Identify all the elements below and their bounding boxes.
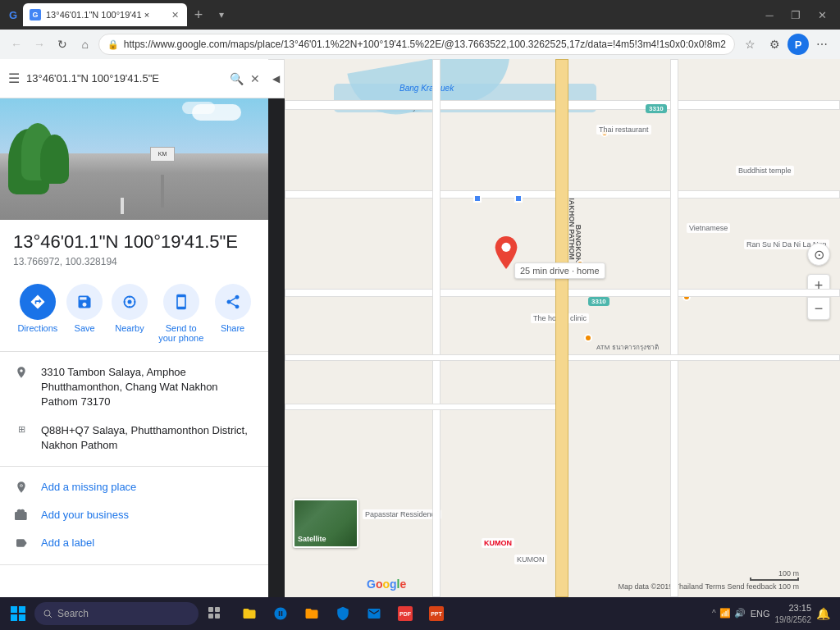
- file-explorer-button[interactable]: [235, 599, 264, 628]
- info-section: 3310 Tambon Salaya, Amphoe Phutthamontho…: [0, 352, 268, 467]
- new-tab-button[interactable]: +: [187, 3, 210, 26]
- language-indicator[interactable]: ENG: [751, 609, 770, 619]
- add-business-row[interactable]: Add your business: [0, 501, 268, 529]
- satellite-thumbnail[interactable]: Satellite: [293, 499, 358, 548]
- share-button[interactable]: Share: [215, 284, 251, 343]
- extensions-button[interactable]: ⚙: [763, 33, 786, 56]
- logo-o2: o: [382, 578, 390, 591]
- cloud2: [182, 102, 215, 114]
- search-bar: ☰ 🔍 ✕: [0, 59, 268, 98]
- main-road-v: [555, 59, 568, 597]
- left-panel: ☰ 🔍 ✕: [0, 59, 268, 597]
- save-label: Save: [75, 323, 95, 333]
- save-button[interactable]: Save: [66, 284, 103, 343]
- svg-point-1: [127, 300, 131, 304]
- taskbar-search[interactable]: Search: [34, 602, 199, 625]
- home-button[interactable]: ⌂: [75, 33, 95, 56]
- add-missing-place-row[interactable]: Add a missing place: [0, 473, 268, 501]
- place-marker-4: [584, 334, 592, 342]
- minimize-button[interactable]: ─: [758, 3, 781, 26]
- bookmark-button[interactable]: ☆: [738, 33, 761, 56]
- powerpoint-button[interactable]: PPT: [422, 599, 451, 628]
- account-button[interactable]: P: [788, 34, 809, 55]
- address-row: 3310 Tambon Salaya, Amphoe Phutthamontho…: [0, 358, 268, 417]
- drive-label: 25 min drive · home: [514, 262, 605, 279]
- search-icon[interactable]: 🔍: [230, 72, 244, 85]
- directions-button[interactable]: Directions: [17, 284, 57, 343]
- grid-icon: ⊞: [13, 424, 30, 435]
- pdf-button[interactable]: PDF: [390, 599, 420, 628]
- road-badge-1: 3310: [646, 104, 667, 113]
- action-buttons: Directions Save Nearby: [0, 276, 268, 352]
- location-pin-icon: [13, 366, 30, 379]
- plus-code-row: ⊞ Q88H+Q7 Salaya, Phutthamonthon Distric…: [0, 417, 268, 459]
- scale-text: 100 m: [778, 569, 799, 578]
- map-attribution: Map data ©2019 Thailand Terms Send feedb…: [619, 582, 799, 591]
- file-manager-button[interactable]: [297, 599, 326, 628]
- close-search-icon[interactable]: ✕: [250, 72, 260, 85]
- road-badge-2: 3310: [588, 297, 609, 306]
- add-label-link[interactable]: Add a label: [41, 536, 94, 550]
- svg-line-12: [49, 615, 52, 618]
- collapse-panel-button[interactable]: ◀: [268, 59, 285, 98]
- road-h5: [285, 404, 564, 410]
- active-tab[interactable]: G 13°46'01.1"N 100°19'41 × ✕: [23, 3, 187, 26]
- close-button[interactable]: ✕: [810, 3, 833, 26]
- directions-icon-bg: [20, 284, 56, 320]
- browser-window: G G 13°46'01.1"N 100°19'41 × ✕ + ▾ ─ ❐ ✕…: [0, 0, 840, 630]
- nearby-label: Nearby: [115, 323, 144, 333]
- street-view-image[interactable]: KM: [0, 98, 268, 220]
- location-title: 13°46'01.1"N 100°19'41.5"E: [0, 220, 268, 254]
- search-input[interactable]: [26, 72, 223, 84]
- menu-button[interactable]: ⋯: [810, 33, 833, 56]
- mail-icon: [367, 606, 381, 621]
- back-button[interactable]: ←: [7, 33, 26, 56]
- send-icon: [173, 294, 189, 310]
- start-button[interactable]: [3, 599, 33, 628]
- browser-icon: G: [7, 8, 20, 21]
- nearby-icon-bg: [112, 284, 148, 320]
- svg-rect-8: [19, 606, 25, 613]
- svg-rect-15: [208, 614, 213, 619]
- svg-rect-14: [215, 607, 220, 612]
- tab-close-button[interactable]: ✕: [169, 9, 180, 21]
- google-logo: Google: [367, 578, 406, 591]
- share-icon-bg: [215, 284, 251, 320]
- hamburger-icon[interactable]: ☰: [8, 71, 20, 86]
- logo-e: e: [399, 578, 406, 591]
- forward-button[interactable]: →: [30, 33, 49, 56]
- mail-button[interactable]: [359, 599, 389, 628]
- address-bar[interactable]: 🔒 https://www.google.com/maps/place/13°4…: [98, 34, 735, 55]
- volume-icon[interactable]: 🔊: [734, 608, 746, 619]
- store-button[interactable]: [328, 599, 358, 628]
- task-view-button[interactable]: [200, 599, 230, 628]
- label-icon: [13, 536, 30, 550]
- add-missing-place-link[interactable]: Add a missing place: [41, 480, 136, 495]
- add-label-row[interactable]: Add a label: [0, 529, 268, 557]
- clock[interactable]: 23:15 19/8/2562: [775, 602, 812, 624]
- edge-button[interactable]: [266, 599, 295, 628]
- zoom-out-button[interactable]: −: [807, 297, 830, 320]
- edge-icon: [273, 606, 288, 621]
- add-place-icon: [13, 481, 30, 494]
- tab-dropdown-button[interactable]: ▾: [210, 3, 233, 26]
- road-marking: [121, 198, 124, 214]
- lock-icon: 🔒: [107, 39, 119, 50]
- network-icon[interactable]: 📶: [719, 608, 731, 619]
- send-to-phone-button[interactable]: Send to your phone: [157, 284, 206, 343]
- refresh-button[interactable]: ↻: [52, 33, 72, 56]
- taskbar-search-icon: [43, 609, 52, 619]
- svg-point-6: [501, 243, 510, 252]
- add-business-link[interactable]: Add your business: [41, 508, 129, 523]
- save-icon-bg: [66, 284, 103, 320]
- nearby-button[interactable]: Nearby: [112, 284, 148, 343]
- map-area[interactable]: NAKHON PATHOM BANGKOK 3310 3310 Thai res…: [285, 59, 840, 597]
- send-icon-bg: [163, 284, 199, 320]
- share-label: Share: [221, 323, 244, 333]
- notification-button[interactable]: 🔔: [816, 607, 830, 620]
- tray-expand-icon[interactable]: ^: [712, 609, 716, 618]
- nearby-icon: [121, 294, 138, 310]
- title-bar: G G 13°46'01.1"N 100°19'41 × ✕ + ▾ ─ ❐ ✕: [0, 0, 840, 30]
- tab-favicon: G: [30, 9, 41, 21]
- restore-button[interactable]: ❐: [784, 3, 807, 26]
